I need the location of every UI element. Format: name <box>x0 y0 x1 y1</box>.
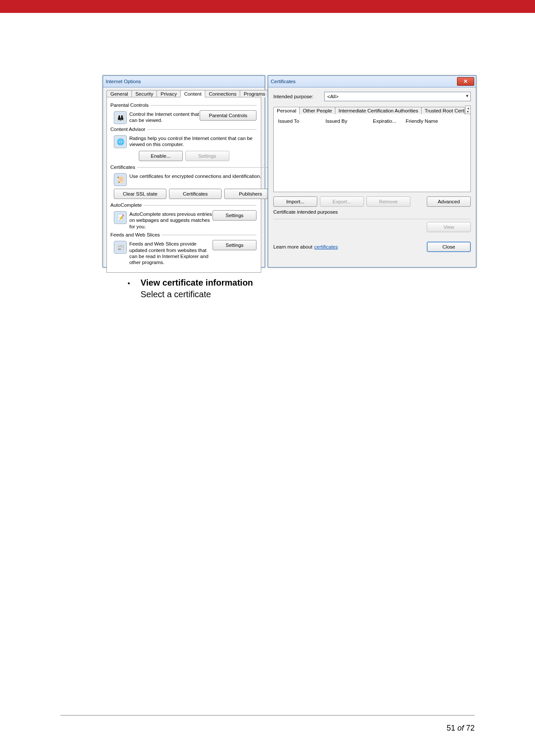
page-current: 51 <box>447 724 455 732</box>
certificate-icon: 📜 <box>114 173 127 186</box>
certificates-tabstrip: Personal Other People Intermediate Certi… <box>273 106 471 114</box>
tab-scroll-spinner[interactable]: ◂▸ <box>465 106 471 114</box>
group-content-advisor: Content Advisor 🌐 Ratings help you contr… <box>111 127 257 163</box>
legend-feeds: Feeds and Web Slices <box>110 232 162 237</box>
view-button: View <box>427 222 471 232</box>
page-number: 51 of 72 <box>447 724 475 733</box>
certificates-body: Intended purpose: <All> Personal Other P… <box>268 87 476 256</box>
intended-purpose-dropdown[interactable]: <All> <box>324 92 471 101</box>
internet-options-dialog: Internet Options General Security Privac… <box>103 75 265 268</box>
certificate-columns-header: Issued To Issued By Expiratio... Friendl… <box>276 116 468 126</box>
tab-privacy[interactable]: Privacy <box>156 90 181 97</box>
globe-star-icon: 🌐 <box>114 135 127 148</box>
advanced-button[interactable]: Advanced <box>427 196 471 207</box>
internet-options-titlebar: Internet Options <box>103 76 265 87</box>
col-issued-by[interactable]: Issued By <box>325 118 373 124</box>
certificates-button[interactable]: Certificates <box>169 189 222 199</box>
col-issued-to[interactable]: Issued To <box>278 118 325 124</box>
family-icon: 👪 <box>114 111 127 124</box>
group-certificates: Certificates 📜 Use certificates for encr… <box>111 165 277 201</box>
advisor-desc: Ratings help you control the Internet co… <box>129 134 257 148</box>
page-of: of <box>455 724 466 732</box>
export-button: Export... <box>320 196 364 207</box>
certificates-titlebar: Certificates ✕ <box>268 76 476 87</box>
internet-options-title: Internet Options <box>106 79 141 84</box>
bullet-glyph: • <box>128 280 141 287</box>
tab-general[interactable]: General <box>106 90 132 97</box>
legend-parental: Parental Controls <box>110 103 150 108</box>
parental-desc: Control the Internet content that can be… <box>129 110 200 124</box>
tab-other-people[interactable]: Other People <box>299 107 335 114</box>
enable-button[interactable]: Enable... <box>139 151 183 161</box>
tab-personal[interactable]: Personal <box>273 107 300 114</box>
certs-desc: Use certificates for encrypted connectio… <box>129 172 277 179</box>
close-button[interactable]: ✕ <box>457 77 474 86</box>
parental-controls-button[interactable]: Parental Controls <box>200 110 257 121</box>
remove-button: Remove <box>366 196 410 207</box>
tab-programs[interactable]: Programs <box>240 90 269 97</box>
page-total: 72 <box>466 724 475 732</box>
feeds-settings-button[interactable]: Settings <box>213 240 257 250</box>
chevron-right-icon: ▸ <box>467 110 469 113</box>
group-parental-controls: Parental Controls 👪 Control the Internet… <box>111 103 257 125</box>
group-feeds: Feeds and Web Slices 📰 Feeds and Web Sli… <box>111 232 257 267</box>
tab-content[interactable]: Content <box>180 90 205 97</box>
close-dialog-button[interactable]: Close <box>427 242 471 252</box>
legend-certificates: Certificates <box>110 165 137 170</box>
autocomplete-settings-button[interactable]: Settings <box>213 210 257 221</box>
advisor-settings-button: Settings <box>185 151 229 161</box>
certificates-title: Certificates <box>271 79 296 84</box>
tab-security[interactable]: Security <box>131 90 157 97</box>
tab-connections[interactable]: Connections <box>205 90 240 97</box>
group-autocomplete: AutoComplete 📝 AutoComplete stores previ… <box>111 202 257 230</box>
instruction-subtext: Select a certificate <box>141 289 253 299</box>
legend-autocomplete: AutoComplete <box>110 202 144 208</box>
form-icon: 📝 <box>114 211 127 224</box>
internet-options-body: Parental Controls 👪 Control the Internet… <box>106 97 261 273</box>
intended-purpose-value: <All> <box>327 94 338 99</box>
certificates-help-link[interactable]: certificates <box>314 244 338 249</box>
auto-desc: AutoComplete stores previous entries on … <box>129 210 213 230</box>
footer-rule <box>60 715 475 716</box>
instruction-heading: View certificate information <box>141 278 253 288</box>
chevron-left-icon: ◂ <box>467 107 469 110</box>
tab-trusted-root-ca[interactable]: Trusted Root Certification <box>421 107 465 114</box>
certificate-list[interactable]: Issued To Issued By Expiratio... Friendl… <box>273 114 471 192</box>
legend-advisor: Content Advisor <box>110 127 147 132</box>
document-accent-bar <box>0 0 535 13</box>
intended-purpose-label: Intended purpose: <box>273 94 324 99</box>
certificate-intended-purposes-label: Certificate intended purposes <box>273 209 471 215</box>
feeds-desc: Feeds and Web Slices provide updated con… <box>129 240 213 266</box>
close-icon: ✕ <box>463 79 468 84</box>
col-friendly-name[interactable]: Friendly Name <box>406 118 466 124</box>
tab-intermediate-ca[interactable]: Intermediate Certification Authorities <box>335 107 422 114</box>
feed-icon: 📰 <box>114 241 127 254</box>
certificates-dialog: Certificates ✕ Intended purpose: <All> P… <box>268 75 476 268</box>
divider <box>273 219 471 219</box>
learn-more-prefix: Learn more about <box>273 244 313 249</box>
internet-options-tabstrip: General Security Privacy Content Connect… <box>106 90 261 97</box>
clear-ssl-button[interactable]: Clear SSL state <box>114 189 166 199</box>
document-instruction: • View certificate information Select a … <box>128 278 253 299</box>
col-expiration[interactable]: Expiratio... <box>373 118 406 124</box>
import-button[interactable]: Import... <box>273 196 317 207</box>
